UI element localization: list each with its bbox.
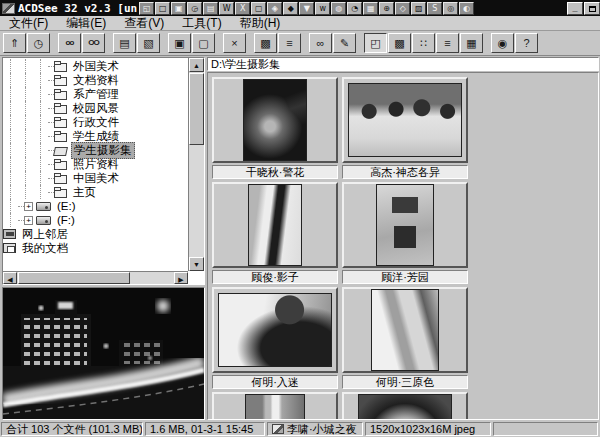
thumbnail-image[interactable]	[212, 77, 338, 163]
horizontal-scroll-thumb[interactable]	[18, 272, 130, 284]
app-icon-16[interactable]: ◇	[395, 2, 410, 15]
app-icon-7[interactable]: ▢	[251, 2, 266, 15]
tree-item-label: 照片资料	[71, 157, 121, 172]
acquire-button[interactable]: ▧	[137, 33, 160, 53]
tree-item-7[interactable]: 照片资料	[3, 157, 188, 171]
shell-button[interactable]: ◉	[491, 33, 514, 53]
thumbnail-image[interactable]	[212, 392, 338, 420]
menu-item-1[interactable]: 编辑(E)	[57, 16, 115, 31]
app-icon-18[interactable]: S	[427, 2, 442, 15]
expand-icon[interactable]: +	[24, 202, 33, 211]
app-icon-8[interactable]: ◈	[267, 2, 282, 15]
move-button[interactable]: ▢	[192, 33, 215, 53]
status-bar: 合计 103 个文件 (101.3 MB) 1.6 MB, 01-3-1 15:…	[0, 420, 600, 437]
tree-item-3[interactable]: 校园风景	[3, 101, 188, 115]
tree-vertical-scrollbar[interactable]: ▲ ▼	[188, 58, 204, 271]
thumbnail-image[interactable]	[342, 287, 468, 373]
app-icon-10[interactable]: ▼	[299, 2, 314, 15]
tree-item-4[interactable]: 行政文件	[3, 115, 188, 129]
tree-item-label: 校园风景	[71, 101, 121, 116]
slideshow-button[interactable]: ◷	[27, 33, 50, 53]
view-list-button[interactable]: ≡	[436, 33, 459, 53]
title-bar[interactable]: ACDSee 32 v2.3 [un ◱□▣◶▤WX▢◈◆▼w◍◔▦⊕◇▨S◎◐…	[0, 0, 600, 16]
thumbnail-caption[interactable]: 何明·三原色	[342, 375, 468, 389]
help-button[interactable]: ?	[515, 33, 538, 53]
print-button[interactable]: ▤	[113, 33, 136, 53]
folder-icon	[54, 63, 67, 72]
tree-item-11[interactable]: +(F:)	[3, 213, 188, 227]
menu-item-4[interactable]: 帮助(H)	[231, 16, 290, 31]
thumbnail-image[interactable]	[342, 182, 468, 268]
tree-item-label: (F:)	[55, 214, 77, 226]
tree-item-12[interactable]: 网上邻居	[3, 227, 188, 241]
thumbnail-image[interactable]	[342, 392, 468, 420]
menu-item-0[interactable]: 文件(F)	[0, 16, 57, 31]
tree-item-13[interactable]: 我的文档	[3, 241, 188, 255]
menu-item-2[interactable]: 查看(V)	[115, 16, 173, 31]
minimize-button[interactable]: _	[567, 2, 583, 15]
acdsee-app-icon[interactable]	[2, 3, 15, 14]
folder-tree: 外国美术文档资料系产管理校园风景行政文件学生成绩学生摄影集照片资料中国美术主页+…	[3, 58, 188, 271]
app-icon-19[interactable]: ◎	[443, 2, 458, 15]
restore-button[interactable]	[584, 2, 600, 15]
tree-item-8[interactable]: 中国美术	[3, 171, 188, 185]
app-icon-2[interactable]: ▣	[171, 2, 186, 15]
app-icon-3[interactable]: ◶	[187, 2, 202, 15]
up-folder-button[interactable]: ⇑	[3, 33, 26, 53]
describe-button[interactable]: ≡	[278, 33, 301, 53]
path-bar[interactable]: D:\学生摄影集	[207, 57, 599, 71]
view-small-icons-button[interactable]: ∷	[412, 33, 435, 53]
scroll-left-button[interactable]: ◀	[3, 272, 17, 284]
tree-horizontal-scrollbar[interactable]: ◀ ▶	[3, 271, 188, 284]
view-button[interactable]: oo	[58, 33, 81, 53]
thumbnail-image[interactable]	[212, 182, 338, 268]
thumbnail-caption[interactable]: 顾俊·影子	[212, 270, 338, 284]
wand-button[interactable]: ✎	[333, 33, 356, 53]
find-button[interactable]: ∞	[309, 33, 332, 53]
scroll-right-button[interactable]: ▶	[174, 272, 188, 284]
folder-icon	[54, 77, 67, 86]
view-details-button[interactable]: ▦	[460, 33, 483, 53]
expand-icon[interactable]: +	[24, 216, 33, 225]
delete-button[interactable]: ×	[223, 33, 246, 53]
scroll-up-button[interactable]: ▲	[189, 58, 204, 72]
app-icon-13[interactable]: ◔	[347, 2, 362, 15]
tree-item-1[interactable]: 文档资料	[3, 73, 188, 87]
app-icon-1[interactable]: □	[155, 2, 170, 15]
view-thumbnails-preview-button[interactable]: ◰	[364, 33, 387, 53]
app-icon-11[interactable]: w	[315, 2, 330, 15]
garden-wall-photo	[377, 185, 433, 265]
thumbnail-caption[interactable]: 高杰·神态各异	[342, 165, 468, 179]
thumbnail-image[interactable]	[342, 77, 468, 163]
folder-icon	[54, 133, 67, 142]
preview-pane[interactable]	[2, 287, 205, 420]
tree-item-0[interactable]: 外国美术	[3, 59, 188, 73]
photographer-photo	[219, 294, 331, 366]
copy-button[interactable]: ▣	[168, 33, 191, 53]
app-icon-17[interactable]: ▨	[411, 2, 426, 15]
tree-item-6[interactable]: 学生摄影集	[3, 143, 188, 157]
app-icon-12[interactable]: ◍	[331, 2, 346, 15]
rename-button[interactable]: ▩	[254, 33, 277, 53]
thumbnail-caption[interactable]: 干晓秋·警花	[212, 165, 338, 179]
app-icon-5[interactable]: W	[219, 2, 234, 15]
thumbnail-caption[interactable]: 顾洋·芳园	[342, 270, 468, 284]
app-icon-14[interactable]: ▦	[363, 2, 378, 15]
thumbnail-caption[interactable]: 何明·入迷	[212, 375, 338, 389]
app-icon-6[interactable]: X	[235, 2, 250, 15]
scroll-down-button[interactable]: ▼	[189, 257, 204, 271]
vertical-scroll-thumb[interactable]	[189, 73, 204, 145]
browse-button[interactable]: OO	[82, 33, 105, 53]
tree-item-10[interactable]: +(E:)	[3, 199, 188, 213]
app-icon-0[interactable]: ◱	[139, 2, 154, 15]
view-thumbnails-button[interactable]: ▩	[388, 33, 411, 53]
tree-item-2[interactable]: 系产管理	[3, 87, 188, 101]
menu-item-3[interactable]: 工具(T)	[173, 16, 230, 31]
app-icon-9[interactable]: ◆	[283, 2, 298, 15]
app-icon-15[interactable]: ⊕	[379, 2, 394, 15]
thumbnail-cell-4: 何明·入迷	[212, 287, 338, 389]
app-icon-4[interactable]: ▤	[203, 2, 218, 15]
thumbnail-image[interactable]	[212, 287, 338, 373]
tree-item-9[interactable]: 主页	[3, 185, 188, 199]
app-icon-20[interactable]: ◐	[459, 2, 474, 15]
